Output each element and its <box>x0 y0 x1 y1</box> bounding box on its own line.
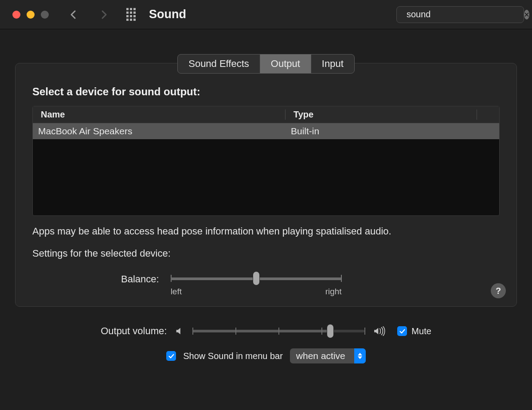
volume-low-icon <box>175 326 184 336</box>
balance-left-label: left <box>171 287 182 297</box>
check-icon <box>399 328 406 335</box>
check-icon <box>168 353 175 359</box>
nav-buttons <box>67 8 110 21</box>
device-settings-heading: Settings for the selected device: <box>32 248 500 259</box>
slider-thumb[interactable] <box>327 324 333 338</box>
fullscreen-window-button[interactable] <box>41 11 49 19</box>
window-title: Sound <box>149 8 186 21</box>
output-devices-table: Name Type MacBook Air Speakers Built-in <box>32 106 500 216</box>
show-all-preferences-button[interactable] <box>125 9 137 20</box>
help-button[interactable]: ? <box>491 283 506 298</box>
global-sound-controls: Output volume: Mute Show Sound in menu b <box>0 312 532 363</box>
device-type-cell: Built-in <box>286 126 477 137</box>
balance-slider[interactable]: left right <box>171 274 342 297</box>
volume-high-icon <box>372 326 387 336</box>
mute-checkbox[interactable] <box>397 326 407 336</box>
select-value: when active <box>296 351 349 361</box>
balance-control: Balance: left right <box>32 274 500 297</box>
chevron-left-icon <box>68 9 79 20</box>
output-volume-slider[interactable] <box>192 326 364 336</box>
slider-tick <box>192 328 193 335</box>
balance-right-label: right <box>325 287 342 297</box>
window-traffic-lights <box>6 11 49 19</box>
column-header-name[interactable]: Name <box>33 109 286 120</box>
table-header: Name Type <box>33 106 499 123</box>
mute-label: Mute <box>411 326 431 336</box>
device-name-cell: MacBook Air Speakers <box>33 126 286 137</box>
search-input[interactable] <box>406 9 520 20</box>
output-panel: Select a device for sound output: Name T… <box>15 63 517 307</box>
tab-output[interactable]: Output <box>260 55 311 73</box>
slider-tick <box>364 328 365 335</box>
show-in-menu-bar-checkbox[interactable] <box>166 351 176 361</box>
select-stepper-icon <box>354 348 366 363</box>
tab-sound-effects[interactable]: Sound Effects <box>178 55 260 73</box>
tab-input[interactable]: Input <box>311 55 354 73</box>
tabs-segmented-control: Sound Effects Output Input <box>177 54 355 74</box>
forward-button[interactable] <box>98 8 110 21</box>
clear-search-button[interactable] <box>524 10 529 20</box>
mute-control: Mute <box>397 326 431 336</box>
balance-label: Balance: <box>121 273 159 285</box>
output-section-title: Select a device for sound output: <box>32 86 500 98</box>
table-row[interactable]: MacBook Air Speakers Built-in <box>33 123 499 139</box>
menu-bar-mode-select[interactable]: when active <box>290 348 366 363</box>
slider-tick <box>235 328 236 335</box>
close-window-button[interactable] <box>12 11 20 19</box>
show-in-menu-bar-label: Show Sound in menu bar <box>183 351 283 361</box>
back-button[interactable] <box>67 8 80 21</box>
search-field[interactable] <box>396 6 524 23</box>
column-header-type[interactable]: Type <box>286 109 477 120</box>
window-toolbar: Sound <box>0 0 532 29</box>
table-body: MacBook Air Speakers Built-in <box>33 123 499 215</box>
minimize-window-button[interactable] <box>27 11 35 19</box>
slider-tick-right <box>341 275 342 282</box>
slider-tick <box>321 328 322 335</box>
output-volume-label: Output volume: <box>101 325 167 337</box>
close-icon <box>524 12 529 17</box>
slider-tick <box>278 328 279 335</box>
chevron-right-icon <box>98 9 109 20</box>
spatial-audio-note: Apps may be able to access head pose inf… <box>32 226 500 237</box>
slider-thumb[interactable] <box>253 272 259 285</box>
